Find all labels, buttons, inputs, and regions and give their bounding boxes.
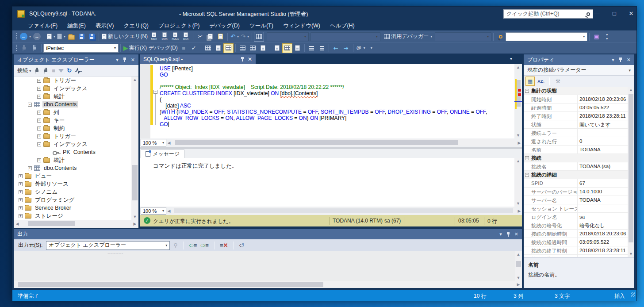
connect-menu[interactable]: 接続 ▾ [17,67,31,74]
property-row[interactable]: 終了時刻2018/02/18 23:28:11 [524,112,634,120]
tree-item[interactable]: +統計 [14,92,131,100]
tree-expander-icon[interactable]: + [37,158,41,162]
editor-vertical-scrollbar[interactable]: ▲ ▼ ╪ [514,64,522,138]
tree-item[interactable]: +プログラミング [14,196,131,204]
save-all-button[interactable] [87,32,97,42]
title-bar[interactable]: SQLQuery9.sql - TODANA. - Microsoft SQL … [12,7,636,21]
tree-expander-icon[interactable]: + [37,87,41,91]
menu-item[interactable]: 表示(V) [91,22,119,30]
filter-icon[interactable] [58,69,64,73]
menu-item[interactable]: ウィンドウ(W) [278,22,325,30]
editor-horizontal-scrollbar[interactable] [172,139,516,146]
results-to-file-button[interactable] [292,43,303,53]
sql-code-editor[interactable]: − USE [iPentec]GO /****** Object: Index … [140,64,522,138]
tree-expander-icon[interactable]: + [37,111,41,115]
close-icon[interactable]: ✕ [248,56,252,62]
solution-config-combo[interactable]: ▾ [310,32,380,41]
output-header[interactable]: 出力 ▾ ✕ [14,229,522,239]
tree-item[interactable]: +ストレージ [14,212,131,220]
document-tab[interactable]: SQLQuery9.sql - ✕ [140,54,256,64]
tree-item[interactable]: PK_Contents [14,148,131,156]
paste-button[interactable] [215,32,226,42]
messages-vertical-scrollbar[interactable]: ▲ ▼ [514,158,522,207]
actual-plan-button[interactable] [223,43,234,53]
sqlcmd-mode-button[interactable] [258,43,268,53]
pin-icon[interactable] [619,58,622,62]
pin-icon[interactable] [241,57,244,61]
debug-button[interactable]: デバッグ(D) [148,43,179,53]
tree-expander-icon[interactable]: + [37,134,41,138]
word-wrap-icon[interactable]: ⏎ [239,242,244,249]
next-message-icon[interactable]: ⇨≡ [200,242,209,249]
properties-object-combo[interactable]: 現在の接続パラメーター ▾ [524,65,634,76]
tree-expander-icon[interactable]: + [19,174,23,178]
open-file-button[interactable] [66,32,77,42]
tree-expander-icon[interactable]: + [37,79,41,83]
quick-launch-input[interactable]: クイック起動 (Ctrl+Q) [503,9,593,19]
toolbar-grip[interactable] [16,33,17,40]
property-row[interactable]: 接続の暗号化暗号化なし [524,221,634,230]
tree-expander-icon[interactable]: + [37,95,41,99]
tree-item[interactable]: +Service Broker [14,204,131,212]
client-statistics-button[interactable] [248,43,258,53]
results-to-text-button[interactable] [272,43,282,53]
property-row[interactable]: 返された行0 [524,137,634,146]
tree-item[interactable]: +列 [14,108,131,116]
toolbar-overflow-button[interactable]: ▾▾ [602,32,612,42]
messages-pane[interactable]: コマンドは正常に完了しました。 ▲ ▼ [140,158,522,207]
property-row[interactable]: 開始時刻2018/02/18 20:23:06 [524,95,634,104]
query-options-button[interactable] [254,32,264,42]
alphabetical-sort-button[interactable]: AZ↓ [537,77,546,86]
properties-header[interactable]: プロパティ ▾ ✕ [524,54,634,65]
resize-grip[interactable] [631,292,635,297]
tree-item[interactable]: +ビュー [14,172,131,180]
stop-button[interactable]: ■ [179,43,189,53]
execute-button[interactable]: ▶実行(X) [123,43,148,53]
undo-button[interactable]: ↶▾ [230,32,240,42]
pin-icon[interactable] [506,232,510,237]
window-menu-icon[interactable]: ▾ [499,231,502,237]
live-query-stats-button[interactable] [238,43,248,53]
menu-item[interactable]: クエリ(Q) [119,22,153,30]
menu-item[interactable]: ヘルプ(H) [325,22,360,30]
object-explorer-header[interactable]: オブジェクト エクスプローラー ▾ ✕ [14,54,138,65]
tree-expander-icon[interactable]: + [19,182,23,186]
property-row[interactable]: 接続の経過時間03:05:05.522 [524,238,634,246]
menu-item[interactable]: ファイル(F) [23,22,62,30]
find-in-files-button[interactable] [495,32,506,42]
estimated-plan-button[interactable] [203,43,213,53]
tree-item[interactable]: +トリガー [14,77,131,84]
close-icon[interactable]: ✕ [131,57,135,63]
find-combo[interactable]: ▾ [506,32,587,41]
tree-item[interactable]: +キー [14,116,131,124]
output-source-combo[interactable]: オブジェクト エクスプローラー▾ [46,241,170,250]
property-row[interactable]: サーバー名TODANA [524,196,634,204]
comment-button[interactable] [307,43,317,53]
tree-item[interactable]: -インデックス [14,140,131,148]
tree-expander-icon[interactable]: + [19,206,23,210]
tree-expander-icon[interactable]: + [37,119,41,123]
results-to-grid-button[interactable] [282,43,292,53]
property-row[interactable]: サーバーのバージョン14.0.1000 [524,188,634,196]
close-button[interactable]: ✕ [625,8,638,19]
pin-icon[interactable] [123,58,126,62]
tree-expander-icon[interactable]: - [37,142,41,146]
dax-query-button[interactable]: DAX [180,32,191,41]
categorized-view-button[interactable]: ▦ [525,77,535,86]
properties-grid[interactable]: −集計の状態開始時刻2018/02/18 20:23:06経過時間03:05:0… [524,87,634,257]
window-menu-icon[interactable]: ▾ [116,57,119,63]
minimize-button[interactable]: — [590,8,603,19]
tree-expander-icon[interactable]: + [19,198,23,202]
property-row[interactable]: 接続の終了時刻2018/02/18 23:28:11 [524,246,634,255]
connect-icon[interactable] [34,68,40,74]
messages-horizontal-scrollbar[interactable] [172,207,516,214]
messages-tab[interactable]: メッセージ [141,150,184,158]
forward-button[interactable]: → [32,32,42,42]
property-row[interactable]: 経過時間03:05:05.522 [524,104,634,112]
output-horizontal-scrollbar[interactable]: ▶ [14,281,522,288]
parse-button[interactable]: ✓ [189,43,199,53]
output-vertical-scrollbar[interactable]: ▲ ▼ [515,251,522,281]
toolbar-overflow-button[interactable]: ▾ [366,43,376,53]
tree-expander-icon[interactable]: + [28,166,32,170]
properties-vertical-scrollbar[interactable]: ▲ ▼ [628,87,634,257]
